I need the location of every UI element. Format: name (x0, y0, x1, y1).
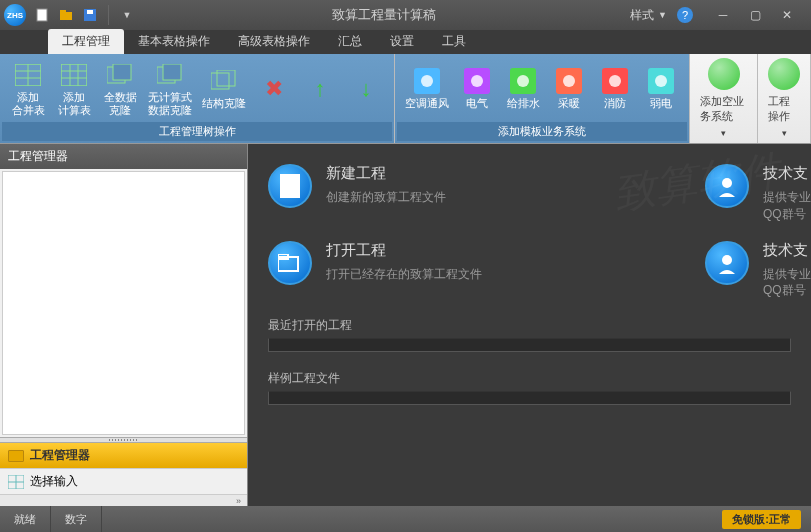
panel-selected-item[interactable]: 工程管理器 (0, 443, 247, 468)
clone-icon (156, 61, 184, 89)
ribbon-tabs: 工程管理 基本表格操作 高级表格操作 汇总 设置 工具 (0, 30, 811, 54)
delete-button[interactable]: ✖ (252, 71, 296, 107)
support-icon (705, 241, 749, 285)
folder-open-icon (268, 241, 312, 285)
svg-rect-19 (217, 70, 235, 86)
template-system-button[interactable]: 弱电 (639, 65, 683, 112)
svg-point-36 (722, 178, 732, 188)
sample-label: 样例工程文件 (268, 370, 791, 387)
folder-icon (8, 450, 24, 462)
app-icon[interactable]: ZHS (4, 4, 26, 26)
grid-icon (8, 475, 24, 489)
tab-basic-table[interactable]: 基本表格操作 (124, 29, 224, 54)
new-project-card[interactable]: 新建工程 创建新的致算工程文件 (268, 164, 446, 223)
svg-point-39 (722, 255, 732, 265)
nocalc-clone-button[interactable]: 无计算式 数据克隆 (144, 59, 196, 119)
svg-point-23 (471, 75, 483, 87)
svg-rect-15 (113, 64, 131, 80)
support2-card[interactable]: 技术支 提供专业 QQ群号 (705, 241, 811, 300)
collapse-button[interactable]: » (0, 494, 247, 506)
table-icon (60, 61, 88, 89)
tab-project-manage[interactable]: 工程管理 (48, 29, 124, 54)
sample-list[interactable] (268, 391, 791, 405)
svg-point-25 (517, 75, 529, 87)
move-up-button[interactable]: ↑ (298, 71, 342, 107)
status-lock-badge: 免锁版:正常 (722, 510, 801, 529)
svg-rect-17 (163, 64, 181, 80)
tab-settings[interactable]: 设置 (376, 29, 428, 54)
tab-summary[interactable]: 汇总 (324, 29, 376, 54)
recent-label: 最近打开的工程 (268, 317, 791, 334)
arrow-down-icon: ↓ (350, 73, 382, 105)
move-down-button[interactable]: ↓ (344, 71, 388, 107)
panel-header: 工程管理器 (0, 144, 247, 169)
svg-point-21 (421, 75, 433, 87)
file-icon (268, 164, 312, 208)
project-tree[interactable] (2, 171, 245, 435)
svg-point-29 (609, 75, 621, 87)
system-icon (463, 67, 491, 95)
template-system-button[interactable]: 给排水 (501, 65, 545, 112)
svg-rect-9 (61, 64, 87, 86)
template-system-button[interactable]: 消防 (593, 65, 637, 112)
circle-icon (768, 58, 800, 90)
system-icon (509, 67, 537, 95)
add-merge-table-button[interactable]: 添加 合并表 (6, 59, 50, 119)
qat-dropdown-icon[interactable]: ▼ (117, 5, 137, 25)
svg-rect-2 (60, 10, 66, 13)
struct-clone-button[interactable]: 结构克隆 (198, 65, 250, 112)
template-system-button[interactable]: 电气 (455, 65, 499, 112)
group-label: 添加模板业务系统 (397, 122, 687, 141)
status-number: 数字 (51, 506, 102, 532)
add-empty-system-button[interactable]: 添加空业务系统 ▾ (700, 58, 747, 138)
x-icon: ✖ (258, 73, 290, 105)
support-icon (705, 164, 749, 208)
clone-icon (106, 61, 134, 89)
svg-rect-35 (280, 174, 300, 198)
system-icon (555, 67, 583, 95)
circle-icon (708, 58, 740, 90)
system-icon (601, 67, 629, 95)
maximize-button[interactable]: ▢ (745, 7, 765, 23)
tab-tools[interactable]: 工具 (428, 29, 480, 54)
qat-new-icon[interactable] (32, 5, 52, 25)
system-icon (413, 67, 441, 95)
system-icon (647, 67, 675, 95)
svg-rect-0 (37, 9, 47, 21)
full-clone-button[interactable]: 全数据 克隆 (98, 59, 142, 119)
open-project-card[interactable]: 打开工程 打开已经存在的致算工程文件 (268, 241, 482, 300)
svg-rect-4 (87, 10, 93, 14)
chevron-down-icon: ▾ (782, 128, 787, 138)
svg-rect-1 (60, 12, 72, 20)
arrow-up-icon: ↑ (304, 73, 336, 105)
status-ready: 就绪 (0, 506, 51, 532)
group-label: 工程管理树操作 (2, 122, 392, 141)
qat-open-icon[interactable] (56, 5, 76, 25)
select-input-item[interactable]: 选择输入 (0, 468, 247, 494)
add-calc-table-button[interactable]: 添加 计算表 (52, 59, 96, 119)
support1-card[interactable]: 技术支 提供专业 QQ群号 (705, 164, 811, 223)
window-title: 致算工程量计算稿 (137, 6, 630, 24)
table-icon (14, 61, 42, 89)
svg-point-27 (563, 75, 575, 87)
recent-list[interactable] (268, 338, 791, 352)
template-system-button[interactable]: 空调通风 (401, 65, 453, 112)
qat-save-icon[interactable] (80, 5, 100, 25)
tab-advanced-table[interactable]: 高级表格操作 (224, 29, 324, 54)
template-system-button[interactable]: 采暖 (547, 65, 591, 112)
minimize-button[interactable]: ─ (713, 7, 733, 23)
svg-rect-18 (211, 73, 229, 89)
clone-icon (210, 67, 238, 95)
chevron-down-icon: ▾ (721, 128, 726, 138)
close-button[interactable]: ✕ (777, 7, 797, 23)
help-icon[interactable]: ? (677, 7, 693, 23)
style-selector[interactable]: 样式▼ (630, 7, 667, 24)
project-ops-button[interactable]: 工程操作 ▾ (768, 58, 800, 138)
svg-point-31 (655, 75, 667, 87)
